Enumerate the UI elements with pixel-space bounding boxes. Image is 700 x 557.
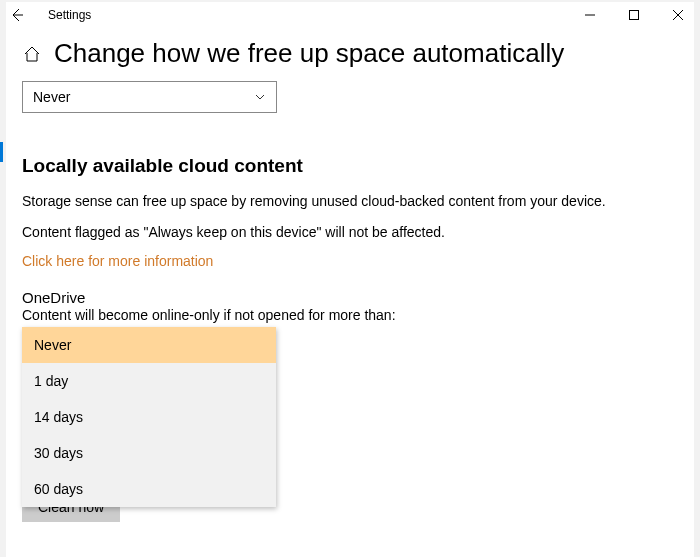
dropdown-option-1day[interactable]: 1 day xyxy=(22,363,276,399)
onedrive-heading: OneDrive xyxy=(22,289,678,306)
dropdown-option-30days[interactable]: 30 days xyxy=(22,435,276,471)
maximize-button[interactable] xyxy=(612,0,656,30)
home-icon[interactable] xyxy=(22,44,42,64)
onedrive-desc: Content will become online-only if not o… xyxy=(22,307,678,323)
page-title: Change how we free up space automaticall… xyxy=(54,38,564,69)
dropdown-option-never[interactable]: Never xyxy=(22,327,276,363)
cloud-section-heading: Locally available cloud content xyxy=(22,155,678,177)
cloud-desc-2: Content flagged as "Always keep on this … xyxy=(22,222,678,243)
window-title: Settings xyxy=(34,8,91,22)
run-schedule-combo[interactable]: Never xyxy=(22,81,277,113)
svg-rect-0 xyxy=(630,11,639,20)
chevron-down-icon xyxy=(254,91,266,103)
cloud-desc-1: Storage sense can free up space by remov… xyxy=(22,191,678,212)
onedrive-dropdown[interactable]: Never 1 day 14 days 30 days 60 days xyxy=(22,327,276,507)
minimize-button[interactable] xyxy=(568,0,612,30)
title-bar: Settings xyxy=(0,0,700,30)
cloud-more-info-link[interactable]: Click here for more information xyxy=(22,253,678,269)
dropdown-option-14days[interactable]: 14 days xyxy=(22,399,276,435)
run-schedule-value: Never xyxy=(33,89,70,105)
dropdown-option-60days[interactable]: 60 days xyxy=(22,471,276,507)
